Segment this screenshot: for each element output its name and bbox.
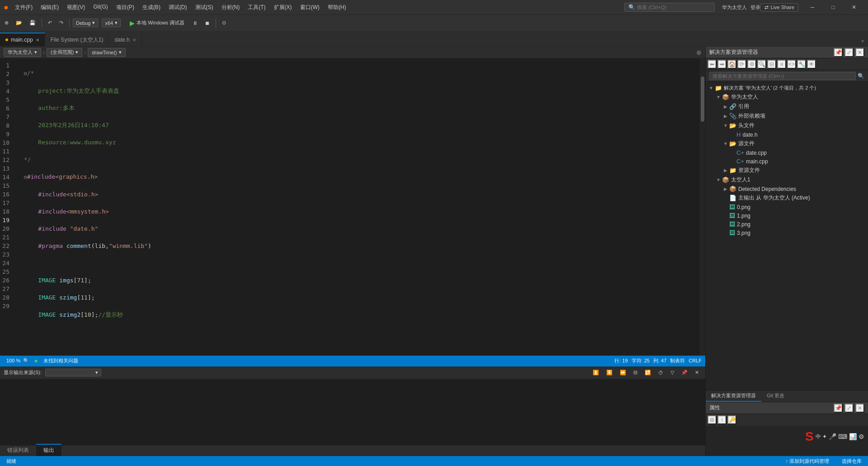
tree-3-png[interactable]: ▶ 🖼 3.png [706, 228, 868, 237]
menu-debug[interactable]: 调试(D) [165, 2, 191, 13]
output-close-x[interactable]: ✕ [692, 368, 702, 377]
split-editor-button[interactable]: ⊕ [696, 49, 702, 56]
project-huawei[interactable]: ▼ 📦 华为太空人 [706, 92, 868, 102]
sol-tab-git[interactable]: Git 更改 [761, 390, 790, 402]
debug-mode-dropdown[interactable]: Debug ▾ [73, 19, 98, 27]
menu-project[interactable]: 项目(P) [113, 2, 138, 13]
sol-property-button[interactable]: 🔧 [797, 60, 806, 69]
tab-main-cpp[interactable]: main.cpp ✕ [0, 33, 45, 46]
output-btn2[interactable]: ⏬ [604, 368, 615, 377]
arch-dropdown[interactable]: x64 ▾ [102, 19, 121, 27]
save-all-button[interactable]: 💾 [27, 19, 38, 27]
tab-close-date[interactable]: ✕ [132, 38, 136, 43]
undo-button[interactable]: ↶ [45, 19, 55, 27]
solution-search-input[interactable] [709, 72, 856, 80]
no-issues[interactable]: 未找到相关问题 [41, 357, 81, 364]
add-tab-button[interactable]: + [857, 36, 868, 46]
sol-collapse-button[interactable]: ⊟ [767, 60, 776, 69]
sol-forward-button[interactable]: ➡ [717, 60, 726, 69]
menu-test[interactable]: 测试(S) [192, 2, 217, 13]
menu-file[interactable]: 文件(F) [11, 2, 36, 13]
sol-pin-button[interactable]: 📌 [834, 48, 843, 57]
menu-window[interactable]: 窗口(W) [297, 2, 323, 13]
tab-date-h[interactable]: date.h ✕ [109, 33, 142, 46]
sol-close-button[interactable]: ✕ [855, 48, 864, 57]
tree-resources[interactable]: ▶ 📁 资源文件 [706, 166, 868, 175]
search-box[interactable]: 🔍 [624, 3, 715, 12]
menu-tools[interactable]: 工具(T) [244, 2, 269, 13]
breakpoint-button[interactable]: ⊙ [219, 19, 229, 27]
namespace-dropdown[interactable]: (全局范围) ▾ [47, 48, 82, 57]
zoom-control[interactable]: 100 % [4, 358, 23, 363]
sol-home-button[interactable]: 🏠 [727, 60, 736, 69]
close-button[interactable]: ✕ [844, 0, 864, 14]
output-source-dropdown[interactable]: ▾ [45, 369, 101, 376]
tree-1-png[interactable]: ▶ 🖼 1.png [706, 211, 868, 220]
sol-view-button[interactable]: ≡ [777, 60, 786, 69]
select-repo[interactable]: 选择仓库 [839, 458, 864, 465]
open-button[interactable]: 📂 [13, 19, 25, 27]
stop-button[interactable]: ⏹ [202, 19, 212, 27]
function-dropdown[interactable]: drawTime() ▾ [88, 48, 125, 57]
tree-headers[interactable]: ▼ 📂 头文件 [706, 121, 868, 130]
tree-extdep[interactable]: ▶ 📎 外部依赖项 [706, 111, 868, 121]
menu-view[interactable]: 视图(V) [63, 2, 89, 13]
search-input[interactable] [637, 5, 696, 10]
login-button[interactable]: 登录 [750, 4, 760, 11]
menu-help[interactable]: 帮助(H) [324, 2, 350, 13]
pause-button[interactable]: ⏸ [190, 19, 200, 27]
maximize-button[interactable]: □ [823, 0, 844, 14]
prop-close-button[interactable]: ✕ [855, 404, 864, 413]
prop-key-button[interactable]: 🔑 [727, 415, 736, 424]
status-ready[interactable]: 就绪 [4, 458, 19, 465]
tree-ref[interactable]: ▶ 🔗 引用 [706, 102, 868, 111]
tree-2-png[interactable]: ▶ 🖼 2.png [706, 220, 868, 228]
sol-back-button[interactable]: ⬅ [708, 60, 717, 69]
solution-root[interactable]: ▼ 📁 解决方案 '华为太空人' (2 个项目，共 2 个) [706, 84, 868, 92]
prop-resize-button[interactable]: ⤢ [844, 404, 854, 413]
output-btn6[interactable]: ⏱ [656, 368, 666, 377]
redo-button[interactable]: ↷ [57, 19, 66, 27]
live-share-button[interactable]: ⇄ Live Share [760, 3, 798, 12]
tree-detected-dep[interactable]: ▶ 📦 Detected Dependencies [706, 185, 868, 193]
tab-error-list[interactable]: 错误列表 [0, 444, 36, 456]
scroll-thumb[interactable] [701, 76, 704, 122]
sol-tab-explorer[interactable]: 解决方案资源管理器 [706, 390, 761, 402]
tab-filesystem[interactable]: File System (太空人1) [45, 33, 109, 46]
prop-sort-button[interactable]: ↕ [717, 415, 726, 424]
output-close[interactable]: ▽ [668, 368, 677, 377]
project-taikon1[interactable]: ▼ 📦 太空人1 [706, 175, 868, 185]
tree-date-h[interactable]: ▶ H date.h [706, 130, 868, 139]
scrollbar[interactable] [699, 58, 705, 356]
menu-analyze[interactable]: 分析(N) [218, 2, 244, 13]
tree-sources[interactable]: ▼ 📂 源文件 [706, 139, 868, 148]
sol-settings-button[interactable]: ⚙ [747, 60, 756, 69]
menu-git[interactable]: Git(G) [90, 2, 112, 13]
prop-pin-button[interactable]: 📌 [834, 404, 843, 413]
output-btn1[interactable]: ⏫ [590, 368, 602, 377]
tree-main-output[interactable]: ▶ 📄 主输出 从 华为太空人 (Active) [706, 193, 868, 203]
menu-extend[interactable]: 扩展(X) [270, 2, 296, 13]
sol-resize-button[interactable]: ⤢ [844, 48, 854, 57]
output-btn3[interactable]: ⏩ [617, 368, 629, 377]
output-btn5[interactable]: 🔁 [642, 368, 654, 377]
sol-sync-button[interactable]: ⟳ [737, 60, 746, 69]
menu-edit[interactable]: 编辑(E) [37, 2, 62, 13]
minimize-button[interactable]: ─ [802, 0, 823, 14]
tree-main-cpp[interactable]: ▶ C+ main.cpp [706, 157, 868, 166]
sol-preview-button[interactable]: 👁 [807, 60, 816, 69]
tab-output[interactable]: 输出 [36, 444, 61, 456]
output-btn4[interactable]: ⊟ [631, 368, 640, 377]
run-button[interactable]: ▶ 本地 Windows 调试器 [126, 18, 188, 28]
code-content[interactable]: ⊟/* project:华为太空人手表表盘 author:多木 2023年2月2… [20, 58, 699, 356]
menu-build[interactable]: 生成(B) [139, 2, 164, 13]
scope-dropdown[interactable]: 华为太空人 ▾ [4, 48, 41, 57]
prop-grid-button[interactable]: ⊞ [708, 415, 717, 424]
tab-close-main[interactable]: ✕ [36, 38, 39, 43]
add-to-source[interactable]: ↑ 添加到源代码管理 [783, 458, 832, 465]
tree-0-png[interactable]: ▶ 🖼 0.png [706, 203, 868, 211]
new-button[interactable]: ⊕ [2, 19, 11, 27]
tree-date-cpp[interactable]: ▶ C+ date.cpp [706, 148, 868, 157]
sol-filter-button[interactable]: 🔍 [757, 60, 766, 69]
sol-code-button[interactable]: <> [787, 60, 796, 69]
